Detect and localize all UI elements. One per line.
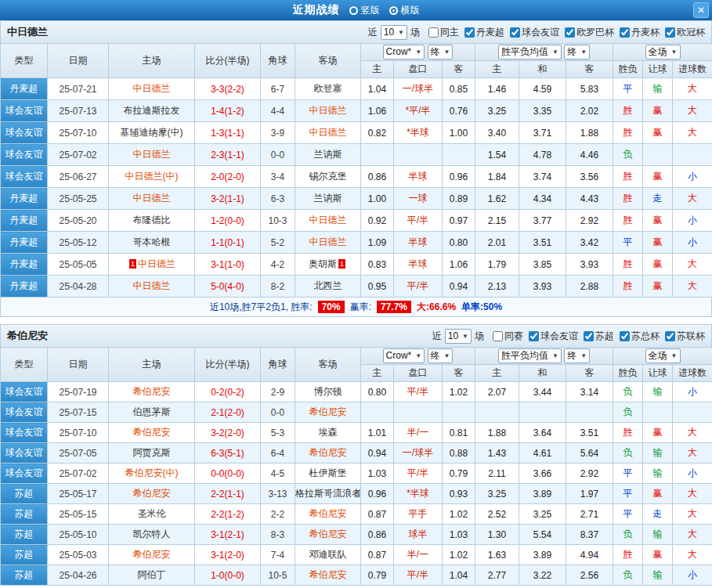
away-team-cell[interactable]: 兰讷斯 <box>295 188 361 210</box>
score-cell[interactable]: 2-1(2-0) <box>195 402 261 423</box>
away-team-cell[interactable]: 邓迪联队 <box>295 545 361 565</box>
home-team-cell[interactable]: 希伯尼安 <box>109 545 195 565</box>
home-team-cell[interactable]: 阿伯丁 <box>109 565 195 586</box>
checkbox-input[interactable] <box>428 27 439 38</box>
score-cell[interactable]: 1-2(0-0) <box>195 210 261 232</box>
score-cell[interactable]: 6-3(5-1) <box>195 443 261 464</box>
checkbox-input[interactable] <box>565 27 575 38</box>
away-team-cell[interactable]: 埃森 <box>295 423 361 443</box>
score-cell[interactable]: 3-1(2-0) <box>195 545 261 565</box>
layout-radio-horizontal[interactable]: 横版 <box>389 4 420 17</box>
home-team-cell[interactable]: 布拉迪斯拉发 <box>109 100 195 122</box>
filter-checkbox[interactable]: 同赛 <box>493 330 523 343</box>
home-team-cell[interactable]: 中日德兰 <box>109 144 195 166</box>
checkbox-input[interactable] <box>510 27 520 38</box>
home-team-cell[interactable]: 希伯尼安(中) <box>109 464 195 484</box>
home-team-cell[interactable]: 中日德兰 <box>109 78 195 100</box>
filter-checkbox[interactable]: 苏联杯 <box>665 330 705 343</box>
period-select[interactable]: 终 ▼ <box>428 45 454 60</box>
score-cell[interactable]: 1-1(0-1) <box>195 232 261 254</box>
away-team-cell[interactable]: 兰讷斯 <box>295 144 361 166</box>
checkbox-input[interactable] <box>584 331 594 341</box>
away-team-cell[interactable]: 希伯尼安 <box>295 402 361 423</box>
home-team-cell[interactable]: 基辅迪纳摩(中) <box>109 122 195 144</box>
bookmaker-select[interactable]: Crow* ▼ <box>383 45 425 60</box>
score-cell[interactable]: 2-2(1-1) <box>195 484 261 504</box>
away-team-cell[interactable]: 格拉斯哥流浪者 <box>295 484 361 504</box>
checkbox-input[interactable] <box>665 331 675 341</box>
home-team-cell[interactable]: 中日德兰 <box>109 188 195 210</box>
result-cell: 平 <box>613 484 643 504</box>
odds-type-select[interactable]: 胜平负均值 ▼ <box>498 348 562 363</box>
away-team-cell[interactable]: 中日德兰 <box>295 210 361 232</box>
filter-checkbox[interactable]: 欧冠杯 <box>665 26 705 39</box>
away-team-cell[interactable]: 奥胡斯1 <box>295 254 361 276</box>
away-team-cell[interactable]: 北西兰 <box>295 276 361 298</box>
titlebar: 近期战绩 竖版 横版 ✕ <box>0 0 712 20</box>
checkbox-input[interactable] <box>529 331 539 341</box>
close-button[interactable]: ✕ <box>693 2 709 18</box>
period-select[interactable]: 终 ▼ <box>428 348 454 363</box>
filter-checkbox[interactable]: 丹麦杯 <box>620 26 660 39</box>
score-cell[interactable]: 1-4(1-2) <box>195 100 261 122</box>
home-team-cell[interactable]: 凯尔特人 <box>109 525 195 545</box>
checkbox-input[interactable] <box>620 27 630 38</box>
home-team-cell[interactable]: 希伯尼安 <box>109 484 195 504</box>
score-cell[interactable]: 2-0(2-0) <box>195 166 261 188</box>
score-cell[interactable]: 0-2(0-2) <box>195 382 261 402</box>
score-cell[interactable]: 2-2(1-2) <box>195 504 261 525</box>
handicap-result-cell: 赢 <box>643 276 673 298</box>
filter-checkbox[interactable]: 球会友谊 <box>510 26 559 39</box>
checkbox-input[interactable] <box>620 331 630 341</box>
filter-checkbox[interactable]: 丹麦超 <box>464 26 504 39</box>
away-team-cell[interactable]: 希伯尼安 <box>295 565 361 586</box>
score-cell[interactable]: 3-1(2-1) <box>195 525 261 545</box>
filter-checkbox[interactable]: 欧罗巴杯 <box>565 26 614 39</box>
home-team-cell[interactable]: 1中日德兰 <box>109 254 195 276</box>
score-cell[interactable]: 2-3(1-1) <box>195 144 261 166</box>
bookmaker-select[interactable]: Crow* ▼ <box>383 348 425 363</box>
checkbox-input[interactable] <box>493 331 503 341</box>
score-cell[interactable]: 1-0(0-0) <box>195 565 261 586</box>
away-team-cell[interactable]: 中日德兰 <box>295 100 361 122</box>
home-team-cell[interactable]: 阿贾克斯 <box>109 443 195 464</box>
period-select-2[interactable]: 终 ▼ <box>564 348 590 363</box>
home-team-cell[interactable]: 哥本哈根 <box>109 232 195 254</box>
fulltime-select[interactable]: 全场 ▼ <box>645 348 681 363</box>
away-team-cell[interactable]: 锡尔克堡 <box>295 166 361 188</box>
filter-checkbox[interactable]: 同主 <box>428 26 459 39</box>
away-team-cell[interactable]: 中日德兰 <box>295 232 361 254</box>
score-cell[interactable]: 3-2(1-1) <box>195 188 261 210</box>
home-team-cell[interactable]: 布隆德比 <box>109 210 195 232</box>
filter-checkbox[interactable]: 球会友谊 <box>529 330 578 343</box>
home-team-cell[interactable]: 伯恩茅斯 <box>109 402 195 423</box>
fulltime-select[interactable]: 全场 ▼ <box>645 45 681 60</box>
home-team-cell[interactable]: 圣米伦 <box>109 504 195 525</box>
score-cell[interactable]: 5-0(4-0) <box>195 276 261 298</box>
away-team-cell[interactable]: 希伯尼安 <box>295 525 361 545</box>
away-team-cell[interactable]: 杜伊斯堡 <box>295 464 361 484</box>
filter-checkbox[interactable]: 苏超 <box>584 330 614 343</box>
home-team-cell[interactable]: 中日德兰(中) <box>109 166 195 188</box>
filter-checkbox[interactable]: 苏总杯 <box>620 330 660 343</box>
odds-type-select[interactable]: 胜平负均值 ▼ <box>498 45 562 60</box>
score-cell[interactable]: 1-3(1-1) <box>195 122 261 144</box>
period-select-2[interactable]: 终 ▼ <box>564 45 590 60</box>
away-team-cell[interactable]: 中日德兰 <box>295 122 361 144</box>
checkbox-input[interactable] <box>464 27 475 38</box>
home-team-cell[interactable]: 中日德兰 <box>109 276 195 298</box>
away-team-cell[interactable]: 博尔顿 <box>295 382 361 402</box>
away-team-cell[interactable]: 希伯尼安 <box>295 504 361 525</box>
score-cell[interactable]: 0-0(0-0) <box>195 464 261 484</box>
away-team-cell[interactable]: 希伯尼安 <box>295 443 361 464</box>
recent-count-select[interactable]: 10 ▼ <box>445 329 472 344</box>
score-cell[interactable]: 3-2(2-0) <box>195 423 261 443</box>
score-cell[interactable]: 3-1(1-0) <box>195 254 261 276</box>
away-team-cell[interactable]: 欧登塞 <box>295 78 361 100</box>
score-cell[interactable]: 3-3(2-2) <box>195 78 261 100</box>
recent-count-select[interactable]: 10 ▼ <box>381 25 407 40</box>
layout-radio-vertical[interactable]: 竖版 <box>349 4 380 17</box>
home-team-cell[interactable]: 希伯尼安 <box>109 423 195 443</box>
home-team-cell[interactable]: 希伯尼安 <box>109 382 195 402</box>
checkbox-input[interactable] <box>665 27 675 38</box>
